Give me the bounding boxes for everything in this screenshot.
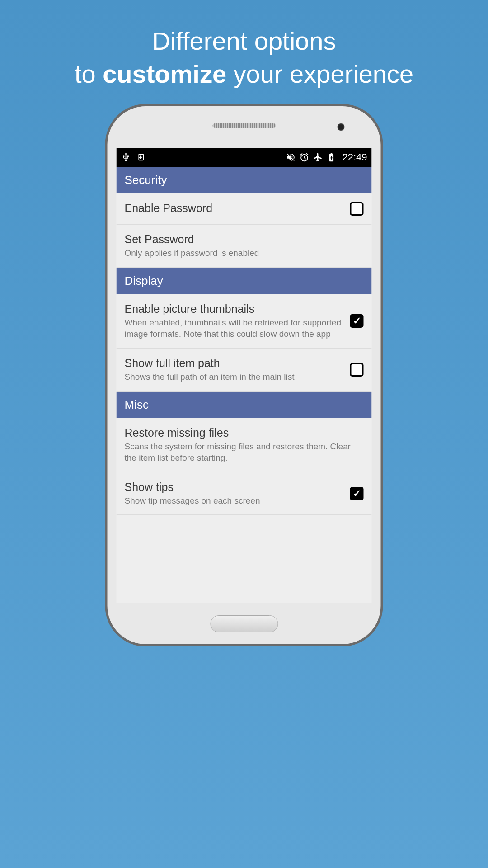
status-time: 22:49 <box>342 151 367 163</box>
download-icon <box>136 152 146 162</box>
checkbox-tips[interactable] <box>350 487 364 500</box>
item-subtitle: Show tip messages on each screen <box>125 495 345 507</box>
home-button[interactable] <box>210 615 278 632</box>
item-subtitle: When enabled, thumbnails will be retriev… <box>125 317 345 340</box>
status-bar: 22:49 <box>117 148 372 167</box>
item-title: Set Password <box>125 233 358 246</box>
item-text: Enable Password <box>125 202 350 216</box>
usb-icon <box>121 152 131 162</box>
item-text: Enable picture thumbnails When enabled, … <box>125 302 350 340</box>
item-title: Show tips <box>125 481 345 494</box>
alarm-icon <box>299 152 309 162</box>
item-text: Show tips Show tip messages on each scre… <box>125 481 350 507</box>
item-subtitle: Scans the system for missing files and r… <box>125 441 358 464</box>
checkbox-thumbnails[interactable] <box>350 314 364 328</box>
item-text: Show full item path Shows the full path … <box>125 357 350 383</box>
item-subtitle: Shows the full path of an item in the ma… <box>125 371 345 383</box>
item-title: Enable picture thumbnails <box>125 302 345 316</box>
item-title: Show full item path <box>125 357 345 370</box>
promo-line-1: Different options <box>9 25 479 58</box>
status-bar-left <box>121 152 146 162</box>
item-text: Restore missing files Scans the system f… <box>125 426 364 464</box>
item-title: Enable Password <box>125 202 345 215</box>
airplane-icon <box>313 152 323 162</box>
phone-speaker <box>212 123 276 128</box>
phone-frame: 22:49 Security Enable Password Set Passw… <box>105 104 383 646</box>
status-bar-right: 22:49 <box>286 151 367 163</box>
setting-enable-thumbnails[interactable]: Enable picture thumbnails When enabled, … <box>117 294 372 349</box>
item-title: Restore missing files <box>125 426 358 439</box>
item-text: Set Password Only applies if password is… <box>125 233 364 259</box>
section-header-display: Display <box>117 268 372 294</box>
mute-icon <box>286 152 296 162</box>
section-header-security: Security <box>117 167 372 193</box>
setting-fullpath[interactable]: Show full item path Shows the full path … <box>117 349 372 392</box>
checkbox-enable-password[interactable] <box>350 202 364 216</box>
setting-set-password[interactable]: Set Password Only applies if password is… <box>117 225 372 268</box>
setting-restore-files[interactable]: Restore missing files Scans the system f… <box>117 418 372 472</box>
setting-show-tips[interactable]: Show tips Show tip messages on each scre… <box>117 472 372 515</box>
item-subtitle: Only applies if password is enabled <box>125 247 358 259</box>
section-header-misc: Misc <box>117 392 372 418</box>
promo-line-2: to customize your experience <box>9 58 479 91</box>
setting-enable-password[interactable]: Enable Password <box>117 193 372 225</box>
phone-screen: 22:49 Security Enable Password Set Passw… <box>117 148 372 603</box>
promo-text: Different options to customize your expe… <box>0 0 488 104</box>
battery-charging-icon <box>326 152 336 162</box>
checkbox-fullpath[interactable] <box>350 363 364 377</box>
phone-camera <box>338 123 345 131</box>
